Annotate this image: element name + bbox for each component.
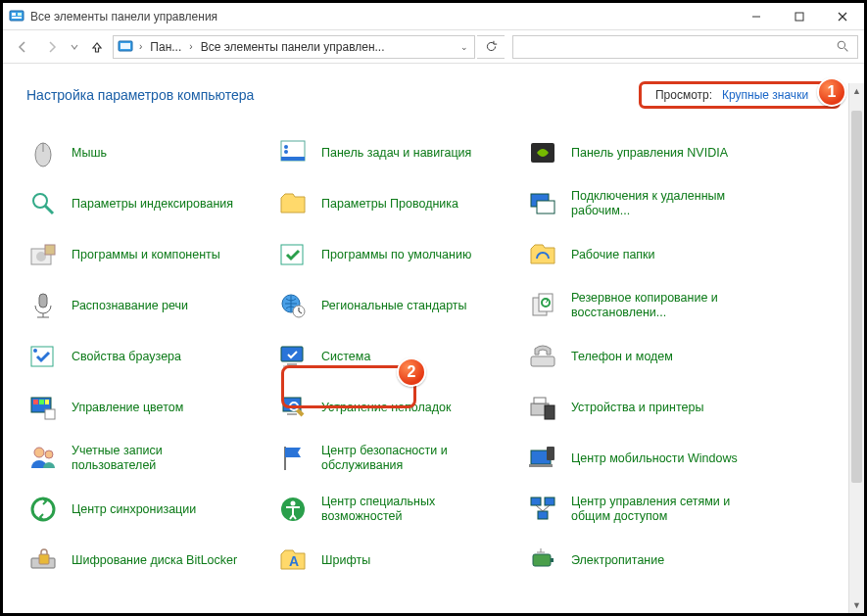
item-troubleshoot[interactable]: Устранение неполадок (276, 389, 521, 426)
item-mouse[interactable]: Мышь (26, 134, 271, 171)
nav-back-button[interactable] (9, 33, 36, 61)
svg-point-17 (284, 150, 288, 154)
content-area: Мышь Панель задач и навигация Панель упр… (3, 118, 864, 616)
bitlocker-icon (26, 544, 60, 577)
taskbar-icon (276, 136, 310, 169)
scroll-down-button[interactable]: ▼ (849, 597, 864, 613)
item-label: Управление цветом (72, 401, 183, 415)
microphone-icon (26, 289, 60, 322)
item-label: Распознавание речи (72, 299, 188, 313)
item-devices[interactable]: Устройства и принтеры (526, 389, 771, 426)
page-title: Настройка параметров компьютера (26, 87, 254, 103)
nav-recent-dropdown[interactable] (68, 33, 81, 61)
vertical-scrollbar[interactable]: ▲ ▼ (848, 83, 864, 613)
svg-rect-53 (545, 405, 554, 419)
item-taskbar[interactable]: Панель задач и навигация (276, 134, 521, 171)
svg-rect-26 (281, 245, 303, 264)
svg-rect-1 (12, 13, 16, 16)
remote-desktop-icon (526, 187, 559, 220)
window-maximize-button[interactable] (778, 3, 821, 30)
svg-point-55 (45, 450, 53, 458)
breadcrumb-segment[interactable]: Пан... (148, 40, 183, 54)
nav-up-button[interactable] (83, 33, 111, 61)
item-label: Устранение неполадок (321, 401, 451, 415)
work-folders-icon (526, 238, 559, 271)
annotation-badge-2: 2 (397, 357, 426, 387)
refresh-button[interactable] (477, 35, 505, 59)
window-minimize-button[interactable] (735, 3, 778, 30)
navigation-bar: › Пан... › Все элементы панели управлен.… (3, 30, 864, 64)
item-nvidia[interactable]: Панель управления NVIDIA (526, 134, 771, 171)
scroll-thumb[interactable] (851, 111, 862, 483)
item-mobility[interactable]: Центр мобильности Windows (526, 440, 771, 477)
system-icon (276, 340, 310, 373)
security-flag-icon (276, 442, 310, 475)
item-label: Центр безопасности и обслуживания (321, 444, 498, 473)
item-power[interactable]: Электропитание (526, 542, 771, 579)
backup-icon (526, 289, 559, 322)
window-title: Все элементы панели управления (30, 10, 217, 24)
item-users[interactable]: Учетные записи пользователей (26, 440, 271, 477)
item-indexing[interactable]: Параметры индексирования (26, 185, 271, 222)
phone-modem-icon (526, 340, 559, 373)
view-selector[interactable]: Просмотр: Крупные значки ▼ (639, 81, 841, 109)
svg-rect-49 (287, 413, 297, 415)
item-bitlocker[interactable]: Шифрование диска BitLocker (26, 542, 271, 579)
devices-printers-icon (526, 391, 559, 424)
item-backup[interactable]: Резервное копирование и восстановлени... (526, 287, 771, 324)
item-label: Параметры Проводника (321, 197, 458, 212)
item-network-center[interactable]: Центр управления сетями и общим доступом (526, 491, 771, 528)
ease-of-access-icon (276, 493, 310, 526)
color-management-icon (26, 391, 60, 424)
item-fonts[interactable]: A Шрифты (276, 542, 521, 579)
item-remote-desktop[interactable]: Подключения к удаленным рабочим... (526, 185, 771, 222)
chevron-right-icon: › (137, 41, 144, 52)
svg-rect-46 (45, 400, 49, 404)
svg-rect-58 (529, 464, 553, 467)
svg-text:A: A (289, 553, 299, 569)
scroll-up-button[interactable]: ▲ (849, 83, 864, 99)
svg-rect-63 (531, 498, 541, 505)
item-programs[interactable]: Программы и компоненты (26, 236, 271, 273)
svg-rect-15 (281, 157, 305, 161)
items-grid: Мышь Панель задач и навигация Панель упр… (26, 124, 864, 579)
item-label: Мышь (72, 146, 107, 161)
item-label: Шифрование диска BitLocker (72, 553, 237, 568)
item-default-programs[interactable]: Программы по умолчанию (276, 236, 521, 273)
svg-rect-9 (120, 43, 130, 49)
item-label: Центр синхронизации (72, 502, 196, 517)
svg-line-66 (536, 505, 543, 511)
item-label: Электропитание (571, 553, 664, 568)
svg-rect-64 (545, 498, 554, 505)
svg-rect-27 (39, 294, 47, 308)
item-label: Центр управления сетями и общим доступом (571, 495, 747, 524)
address-bar[interactable]: › Пан... › Все элементы панели управлен.… (113, 35, 475, 59)
item-label: Учетные записи пользователей (72, 444, 248, 473)
chevron-down-icon[interactable]: ⌄ (458, 42, 470, 52)
item-speech[interactable]: Распознавание речи (26, 287, 271, 324)
window-close-button[interactable] (821, 3, 864, 30)
item-label: Центр мобильности Windows (571, 451, 738, 466)
window-titlebar: Все элементы панели управления (3, 3, 864, 30)
sync-icon (26, 493, 60, 526)
item-label: Программы и компоненты (72, 248, 220, 262)
search-input[interactable] (512, 35, 858, 59)
item-work-folders[interactable]: Рабочие папки (526, 236, 771, 273)
item-internet-options[interactable]: Свойства браузера (26, 338, 271, 375)
item-region[interactable]: Региональные стандарты (276, 287, 521, 324)
svg-rect-47 (45, 409, 55, 419)
item-explorer-options[interactable]: Параметры Проводника (276, 185, 521, 222)
annotation-badge-1: 1 (817, 77, 846, 107)
svg-rect-22 (537, 201, 554, 213)
item-label: Программы по умолчанию (321, 248, 471, 262)
item-sync[interactable]: Центр синхронизации (26, 491, 271, 528)
svg-point-10 (838, 41, 844, 48)
mouse-icon (26, 136, 60, 169)
item-color[interactable]: Управление цветом (26, 389, 271, 426)
item-security-center[interactable]: Центр безопасности и обслуживания (276, 440, 521, 477)
item-label: Резервное копирование и восстановлени... (571, 291, 747, 320)
nav-forward-button[interactable] (38, 33, 66, 61)
item-ease-of-access[interactable]: Центр специальных возможностей (276, 491, 521, 528)
item-phone-modem[interactable]: Телефон и модем (526, 338, 771, 375)
breadcrumb-segment[interactable]: Все элементы панели управлен... (199, 40, 387, 54)
